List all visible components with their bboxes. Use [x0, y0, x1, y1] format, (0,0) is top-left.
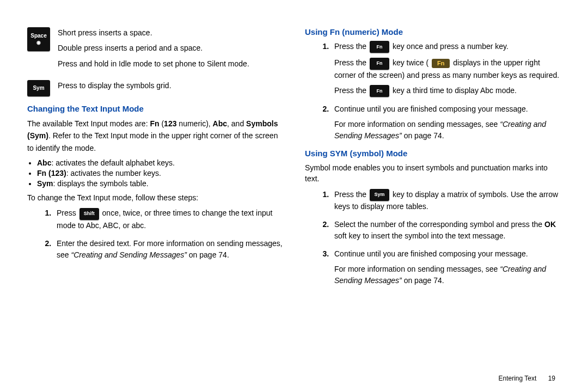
list-item: Select the number of the corresponding s… — [331, 219, 561, 242]
changing-mode-steps-intro: To change the Text Input mode, follow th… — [27, 192, 283, 203]
list-item: Press the Fn key once and press a number… — [331, 41, 561, 97]
shift-key-icon: Shift — [79, 208, 99, 220]
footer-page-number: 19 — [548, 375, 555, 382]
space-key-desc: Short press inserts a space. Double pres… — [58, 27, 249, 74]
sym-desc: Press to display the symbols grid. — [58, 80, 171, 91]
changing-mode-steps: Press Shift once, twice, or three times … — [27, 207, 283, 260]
list-item: Continue until you are finished composin… — [331, 248, 561, 286]
list-item: Fn (123): activates the number keys. — [37, 169, 283, 177]
heading-changing-mode: Changing the Text Input Mode — [27, 104, 283, 113]
space-key-label: Space — [30, 33, 46, 39]
space-desc-1: Short press inserts a space. — [58, 27, 249, 38]
left-column: Space ◉ Short press inserts a space. Dou… — [27, 27, 283, 381]
page-footer: Entering Text 19 — [498, 375, 555, 382]
sym-mode-steps: Press the Sym key to display a matrix of… — [305, 189, 561, 286]
space-sub-icon: ◉ — [36, 40, 41, 45]
sym-key-icon: Sym — [370, 189, 389, 201]
fn-mode-steps: Press the Fn key once and press a number… — [305, 41, 561, 141]
list-item: Press Shift once, twice, or three times … — [53, 207, 283, 231]
sym-key-row: Sym Press to display the symbols grid. — [27, 80, 283, 96]
list-item: Enter the desired text. For more informa… — [53, 238, 283, 261]
list-item: Abc: activates the default alphabet keys… — [37, 158, 283, 167]
list-item: Press the Sym key to display a matrix of… — [331, 189, 561, 212]
footer-section: Entering Text — [498, 375, 536, 382]
heading-fn-mode: Using Fn (numeric) Mode — [305, 27, 561, 36]
fn-badge-icon: Fn — [432, 59, 450, 68]
space-desc-3: Press and hold in Idle mode to set phone… — [58, 58, 249, 69]
list-item: Sym: displays the symbols table. — [37, 179, 283, 188]
sym-key-icon: Sym — [27, 80, 50, 96]
space-desc-2: Double press inserts a period and a spac… — [58, 42, 249, 53]
mode-bullets: Abc: activates the default alphabet keys… — [37, 158, 283, 188]
list-item: Continue until you are finished composin… — [331, 103, 561, 141]
sym-key-desc: Press to display the symbols grid. — [58, 80, 171, 95]
changing-mode-intro: The available Text Input modes are: Fn (… — [27, 118, 283, 154]
sym-mode-intro: Symbol mode enables you to insert symbol… — [305, 162, 561, 185]
fn-key-icon: Fn — [370, 85, 389, 97]
fn-key-icon: Fn — [370, 41, 389, 53]
heading-sym-mode: Using SYM (symbol) Mode — [305, 149, 561, 158]
right-column: Using Fn (numeric) Mode Press the Fn key… — [305, 27, 561, 381]
manual-page: Space ◉ Short press inserts a space. Dou… — [0, 0, 588, 392]
space-key-icon: Space ◉ — [27, 27, 50, 51]
fn-key-icon: Fn — [370, 58, 389, 70]
space-key-row: Space ◉ Short press inserts a space. Dou… — [27, 27, 283, 74]
